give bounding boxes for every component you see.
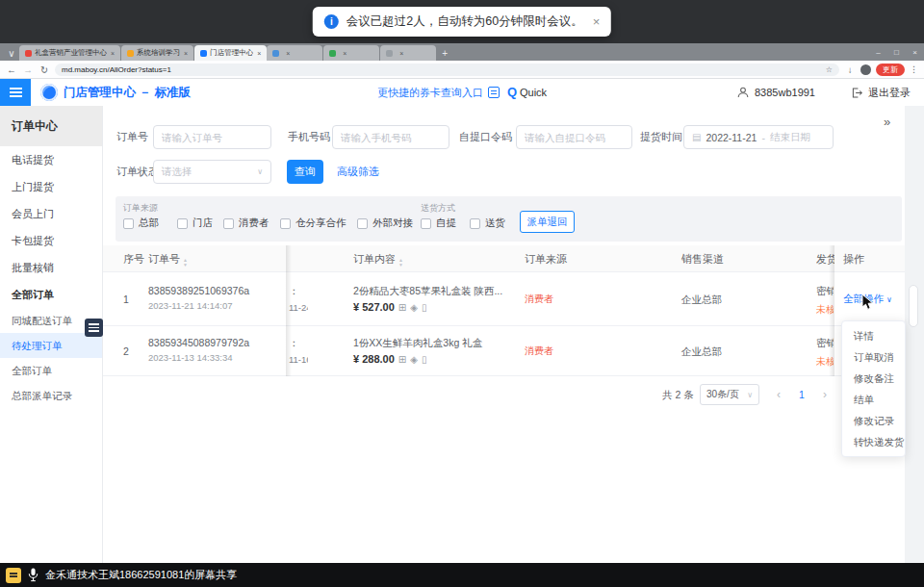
browser-tab-5[interactable]: × — [323, 45, 379, 61]
menu-item-edit-remark[interactable]: 修改备注 — [842, 368, 905, 389]
phone-input[interactable] — [332, 125, 449, 149]
table-divider — [103, 375, 905, 376]
menu-item-detail[interactable]: 详情 — [842, 325, 905, 346]
current-page-button[interactable]: 1 — [791, 383, 812, 406]
tab-close-icon[interactable]: × — [343, 50, 346, 57]
reload-icon[interactable]: ↻ — [38, 64, 50, 75]
username[interactable]: 8385wb1991 — [755, 87, 815, 98]
page-size-select[interactable]: 30条/页 ∨ — [700, 384, 759, 405]
sort-icon[interactable]: ▲▼ — [183, 258, 188, 267]
order-status-select[interactable]: 请选择 ∨ — [153, 160, 271, 184]
download-icon[interactable]: ↓ — [844, 64, 856, 75]
search-button[interactable]: 查询 — [287, 160, 323, 184]
sidebar-group-all-orders[interactable]: 全部订单 — [0, 281, 102, 308]
date-range-picker[interactable]: ▤ 2022-11-21 - 结束日期 — [683, 125, 834, 149]
checkbox-label: 门店 — [192, 217, 213, 230]
sort-icon[interactable]: ▲▼ — [398, 258, 403, 267]
browser-tab-6[interactable]: × — [380, 45, 436, 61]
browser-tab-bar: ∨ 礼盒营销产业管理中心 × 系统培训学习 × 门店管理中心 × × × — [0, 43, 924, 61]
quick-label[interactable]: Quick — [520, 79, 547, 106]
gift-icon[interactable]: ◈ — [410, 354, 418, 365]
new-tab-button[interactable]: + — [437, 45, 452, 61]
sidebar-item-hq-dispatch-records[interactable]: 总部派单记录 — [0, 383, 102, 408]
phone-icon[interactable]: ▯ — [422, 354, 427, 365]
checkbox-source-store[interactable]: 门店 — [177, 217, 213, 230]
url-input[interactable]: md.maboy.cn/AllOrder?status=1 ☆ — [55, 64, 839, 76]
sidebar-item-member-visit[interactable]: 会员上门 — [0, 200, 102, 227]
sidebar-collapse-toggle[interactable] — [85, 319, 103, 337]
sidebar-item-batch-verify[interactable]: 批量核销 — [0, 254, 102, 281]
checkbox-source-hq[interactable]: 总部 — [123, 217, 159, 230]
browser-tab-4[interactable]: × — [267, 45, 322, 61]
back-icon[interactable]: ← — [6, 64, 17, 75]
row-index: 2 — [123, 326, 129, 376]
bookmark-star-icon[interactable]: ☆ — [826, 65, 833, 74]
checkbox-source-consumer[interactable]: 消费者 — [223, 217, 270, 230]
checkbox-icon[interactable] — [470, 218, 480, 229]
phone-icon[interactable]: ▯ — [422, 302, 427, 313]
sidebar-item-all-orders[interactable]: 全部订单 — [0, 358, 102, 383]
browser-address-bar: ← → ↻ md.maboy.cn/AllOrder?status=1 ☆ ↓ … — [0, 61, 924, 79]
logout-button[interactable]: 退出登录 — [868, 86, 911, 100]
browser-tab-active[interactable]: 门店管理中心 × — [194, 45, 267, 61]
sidebar-item-door-pickup[interactable]: 上门提货 — [0, 173, 102, 200]
window-minimize-button[interactable]: – — [869, 43, 887, 61]
checkbox-source-warehouse-share[interactable]: 仓分享合作 — [280, 217, 346, 230]
toast-close-icon[interactable]: × — [593, 14, 601, 29]
browser-profile-avatar[interactable] — [860, 64, 871, 75]
sidebar-section-order-center[interactable]: 订单中心 — [0, 106, 102, 146]
row-actions-dropdown[interactable]: 全部操作 ∨ — [843, 272, 892, 326]
chrome-update-chip[interactable]: 更新 — [876, 64, 905, 76]
dispatch-return-button[interactable]: 派单退回 — [520, 211, 575, 233]
browser-tab-1[interactable]: 礼盒营销产业管理中心 × — [19, 45, 120, 61]
menu-item-edit-history[interactable]: 修改记录 — [842, 410, 905, 431]
gift-icon[interactable]: ◈ — [410, 302, 418, 313]
checkbox-icon[interactable] — [223, 218, 234, 229]
tab-close-icon[interactable]: × — [184, 50, 188, 57]
clipped-date: 11-16 — [289, 354, 308, 365]
menu-item-cancel-order[interactable]: 订单取消 — [842, 346, 905, 368]
checkbox-icon[interactable] — [123, 218, 134, 229]
checkbox-icon[interactable] — [357, 218, 368, 229]
pickup-code-label: 自提口令码 — [459, 124, 512, 149]
coupon-card-icon[interactable] — [488, 87, 500, 98]
screen: i 会议已超过2人，自动转为60分钟限时会议。 × ∨ 礼盒营销产业管理中心 ×… — [0, 0, 924, 587]
col-order-no: 订单号▲▼ — [148, 245, 188, 272]
coupon-query-link[interactable]: 更快捷的券卡查询入口 — [377, 79, 483, 106]
tab-close-icon[interactable]: × — [399, 50, 403, 57]
menu-item-convert-express[interactable]: 转快递发货 — [842, 431, 905, 452]
next-page-button[interactable]: › — [816, 383, 834, 406]
quick-q-logo[interactable]: Q — [507, 79, 517, 106]
tab-search-icon[interactable]: ∨ — [4, 45, 19, 61]
window-maximize-button[interactable]: □ — [887, 43, 906, 61]
panel-collapse-icon[interactable]: » — [884, 115, 890, 129]
menu-item-settle[interactable]: 结单 — [842, 389, 905, 410]
page-gutter — [905, 106, 924, 563]
hamburger-menu-button[interactable] — [0, 79, 31, 106]
order-no-input[interactable] — [153, 125, 271, 149]
checkbox-delivery-selfpickup[interactable]: 自提 — [421, 217, 456, 230]
checkbox-delivery-deliver[interactable]: 送货 — [470, 217, 505, 230]
checkbox-icon[interactable] — [421, 218, 431, 229]
sidebar-item-phone-pickup[interactable]: 电话提货 — [0, 146, 102, 173]
scrollbar-thumb[interactable] — [909, 285, 918, 327]
gallery-icon[interactable]: ⊞ — [398, 302, 406, 313]
clipped-text: ： — [289, 337, 308, 350]
pickup-code-input[interactable] — [516, 125, 632, 149]
tab-close-icon[interactable]: × — [111, 50, 115, 57]
gallery-icon[interactable]: ⊞ — [398, 354, 406, 365]
checkbox-source-external[interactable]: 外部对接 — [357, 217, 413, 230]
advanced-filter-link[interactable]: 高级筛选 — [337, 159, 379, 184]
tab-close-icon[interactable]: × — [286, 50, 290, 57]
clipped-date: 11-24 — [289, 302, 308, 313]
tab-close-icon[interactable]: × — [257, 50, 261, 57]
browser-menu-icon[interactable]: ⋮ — [910, 64, 918, 74]
checkbox-icon[interactable] — [177, 218, 188, 229]
prev-page-button[interactable]: ‹ — [770, 383, 787, 406]
browser-tab-2[interactable]: 系统培训学习 × — [121, 45, 193, 61]
sidebar-item-card-pickup[interactable]: 卡包提货 — [0, 227, 102, 254]
window-close-button[interactable]: × — [906, 43, 924, 61]
forward-icon[interactable]: → — [22, 64, 34, 75]
order-source-tag: 消费者 — [525, 272, 553, 326]
checkbox-icon[interactable] — [280, 218, 291, 229]
